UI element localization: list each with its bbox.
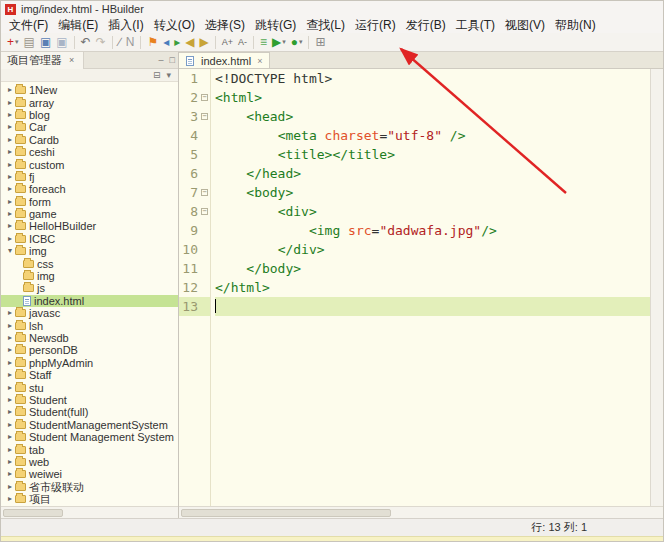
expand-arrow-icon[interactable]: ▸ (5, 121, 15, 133)
expand-arrow-icon[interactable]: ▸ (5, 357, 15, 369)
new-file-icon[interactable]: +▾ (5, 34, 21, 50)
expand-arrow-icon[interactable]: ▸ (5, 307, 15, 319)
comment-icon[interactable]: ∕ (117, 34, 123, 50)
menu-选择(S)[interactable]: 选择(S) (200, 17, 250, 34)
tree-folder-StudentManagementSystem[interactable]: ▸StudentManagementSystem (1, 419, 178, 431)
tree-folder-blog[interactable]: ▸blog (1, 109, 178, 121)
tree-folder-Student[interactable]: ▸Student (1, 394, 178, 406)
tree-folder-Newsdb[interactable]: ▸Newsdb (1, 332, 178, 344)
code-line-11[interactable]: </body> (215, 259, 650, 278)
tree-folder-img[interactable]: img (1, 270, 178, 282)
code-line-13[interactable] (215, 297, 650, 316)
code-line-1[interactable]: <!DOCTYPE html> (215, 69, 650, 88)
code-line-10[interactable]: </div> (215, 240, 650, 259)
tree-folder-js[interactable]: js (1, 282, 178, 294)
undo-icon[interactable]: ↶ (79, 34, 93, 50)
font-increase-icon[interactable]: A+ (220, 34, 235, 50)
expand-arrow-icon[interactable]: ▸ (5, 134, 15, 146)
expand-arrow-icon[interactable]: ▾ (5, 245, 15, 257)
line-number[interactable]: 1 (179, 69, 210, 88)
expand-arrow-icon[interactable]: ▸ (5, 171, 15, 183)
expand-arrow-icon[interactable]: ▸ (5, 220, 15, 232)
fold-toggle-icon[interactable]: − (201, 94, 208, 101)
back-icon[interactable]: ◀ (183, 34, 196, 50)
tree-folder-phpMyAdmin[interactable]: ▸phpMyAdmin (1, 357, 178, 369)
menu-跳转(G)[interactable]: 跳转(G) (250, 17, 301, 34)
tree-folder-javasc[interactable]: ▸javasc (1, 307, 178, 319)
scrollbar-thumb[interactable] (181, 509, 391, 517)
format-code-icon[interactable]: ≡ (258, 34, 269, 50)
tree-folder-省市级联动[interactable]: ▸省市级联动 (1, 481, 178, 493)
fold-toggle-icon[interactable]: − (201, 208, 208, 215)
line-number[interactable]: 8− (179, 202, 210, 221)
layout-grid-icon[interactable]: ⊞ (313, 34, 327, 50)
expand-arrow-icon[interactable]: ▸ (5, 493, 15, 505)
menu-插入(I)[interactable]: 插入(I) (103, 17, 148, 34)
expand-arrow-icon[interactable]: ▸ (5, 183, 15, 195)
expand-arrow-icon[interactable]: ▸ (5, 382, 15, 394)
minimize-panel-icon[interactable]: – (156, 55, 167, 65)
tree-folder-项目[interactable]: ▸项目 (1, 493, 178, 505)
code-line-9[interactable]: <img src="dadwafa.jpg"/> (215, 221, 650, 240)
expand-arrow-icon[interactable]: ▸ (5, 233, 15, 245)
expand-arrow-icon[interactable]: ▸ (5, 84, 15, 96)
tab-index-html[interactable]: index.html × (179, 52, 270, 68)
line-number[interactable]: 3− (179, 107, 210, 126)
tree-folder-custom[interactable]: ▸custom (1, 158, 178, 170)
run-icon[interactable]: ▶▾ (270, 34, 288, 50)
preview-in-browser-dropdown-icon[interactable]: ▾ (299, 34, 303, 50)
tree-folder-Staff[interactable]: ▸Staff (1, 369, 178, 381)
expand-arrow-icon[interactable]: ▸ (5, 196, 15, 208)
code-line-2[interactable]: <html> (215, 88, 650, 107)
line-number[interactable]: 4 (179, 126, 210, 145)
menu-文件(F)[interactable]: 文件(F) (4, 17, 53, 34)
tree-folder-personDB[interactable]: ▸personDB (1, 344, 178, 356)
maximize-panel-icon[interactable]: □ (167, 55, 178, 65)
tree-folder-lsh[interactable]: ▸lsh (1, 319, 178, 331)
tree-folder-Cardb[interactable]: ▸Cardb (1, 134, 178, 146)
tree-folder-game[interactable]: ▸game (1, 208, 178, 220)
expand-arrow-icon[interactable]: ▸ (5, 320, 15, 332)
save-all-icon[interactable]: ▣ (54, 34, 69, 50)
sidebar-hscrollbar[interactable] (1, 506, 178, 518)
view-menu-icon[interactable]: ▾ (163, 70, 174, 80)
expand-arrow-icon[interactable]: ▸ (5, 431, 15, 443)
expand-arrow-icon[interactable]: ▸ (5, 468, 15, 480)
code-content[interactable]: <!DOCTYPE html><html> <head> <meta chars… (211, 69, 650, 506)
line-number[interactable]: 12 (179, 278, 210, 297)
editor-vscrollbar[interactable] (650, 69, 663, 506)
line-number[interactable]: 5 (179, 145, 210, 164)
run-dropdown-icon[interactable]: ▾ (282, 34, 286, 50)
tree-folder-web[interactable]: ▸web (1, 456, 178, 468)
wrap-text-icon[interactable]: N (124, 34, 137, 50)
tree-folder-weiwei[interactable]: ▸weiwei (1, 468, 178, 480)
expand-arrow-icon[interactable]: ▸ (5, 159, 15, 171)
tree-folder-Student(full)[interactable]: ▸Student(full) (1, 406, 178, 418)
font-decrease-icon[interactable]: A- (236, 34, 249, 50)
tree-folder-tab[interactable]: ▸tab (1, 443, 178, 455)
save-icon[interactable]: ▣ (38, 34, 53, 50)
menu-帮助(N)[interactable]: 帮助(N) (550, 17, 601, 34)
menu-运行(R)[interactable]: 运行(R) (350, 17, 401, 34)
line-number[interactable]: 13 (179, 297, 210, 316)
tree-folder-ceshi[interactable]: ▸ceshi (1, 146, 178, 158)
expand-arrow-icon[interactable]: ▸ (5, 394, 15, 406)
line-number[interactable]: 10 (179, 240, 210, 259)
open-file-icon[interactable]: ▤ (22, 34, 37, 50)
expand-arrow-icon[interactable]: ▸ (5, 419, 15, 431)
close-panel-icon[interactable]: × (66, 55, 77, 65)
menu-查找(L)[interactable]: 查找(L) (301, 17, 350, 34)
expand-arrow-icon[interactable]: ▸ (5, 97, 15, 109)
line-number[interactable]: 7− (179, 183, 210, 202)
code-line-5[interactable]: <title></title> (215, 145, 650, 164)
tree-folder-css[interactable]: css (1, 257, 178, 269)
expand-arrow-icon[interactable]: ▸ (5, 109, 15, 121)
tree-folder-Car[interactable]: ▸Car (1, 121, 178, 133)
redo-icon[interactable]: ↷ (94, 34, 108, 50)
expand-arrow-icon[interactable]: ▸ (5, 369, 15, 381)
code-line-3[interactable]: <head> (215, 107, 650, 126)
tree-folder-foreach[interactable]: ▸foreach (1, 183, 178, 195)
code-line-8[interactable]: <div> (215, 202, 650, 221)
code-line-6[interactable]: </head> (215, 164, 650, 183)
bookmark-icon[interactable]: ⚑ (145, 34, 160, 50)
